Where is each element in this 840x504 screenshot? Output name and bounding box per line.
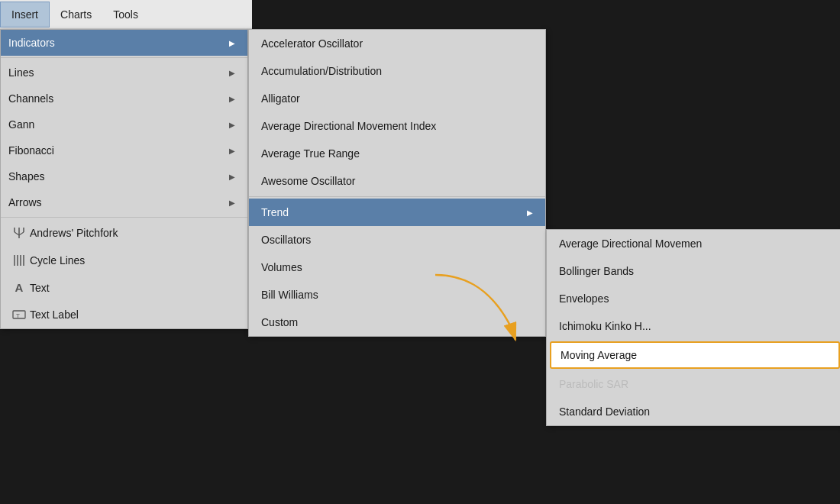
menu-bar: Insert Charts Tools xyxy=(0,0,252,29)
indicator-custom[interactable]: Custom xyxy=(249,309,545,336)
submenu-arrow-icon: ▶ xyxy=(229,69,235,77)
submenu-arrow-icon: ▶ xyxy=(229,39,235,47)
submenu-arrow-icon: ▶ xyxy=(229,121,235,129)
insert-menu: Indicators ▶ Lines ▶ Channels ▶ Gann ▶ F… xyxy=(0,29,248,329)
indicator-alligator[interactable]: Alligator xyxy=(249,85,545,112)
text-label-icon: T xyxy=(8,308,30,321)
svg-line-3 xyxy=(15,232,19,235)
pitchfork-icon xyxy=(8,226,30,240)
menu-item-fibonacci[interactable]: Fibonacci ▶ xyxy=(1,137,247,163)
trend-standard-deviation[interactable]: Standard Deviation xyxy=(547,398,840,425)
indicator-bill-williams[interactable]: Bill Williams xyxy=(249,281,545,309)
menu-item-indicators[interactable]: Indicators ▶ xyxy=(1,30,247,56)
menu-tools[interactable]: Tools xyxy=(102,2,149,27)
trend-bollinger[interactable]: Bollinger Bands xyxy=(547,257,840,285)
trend-admi[interactable]: Average Directional Movemen xyxy=(547,230,840,257)
menu-item-text-label[interactable]: T Text Label xyxy=(1,301,247,328)
menu-item-channels[interactable]: Channels ▶ xyxy=(1,86,247,111)
menu-item-pitchfork[interactable]: Andrews' Pitchfork xyxy=(1,219,247,247)
trend-ichimoku[interactable]: Ichimoku Kinko H... xyxy=(547,312,840,340)
menu-item-shapes[interactable]: Shapes ▶ xyxy=(1,163,247,189)
cycle-lines-icon xyxy=(8,254,30,267)
menu-item-gann[interactable]: Gann ▶ xyxy=(1,111,247,137)
indicator-oscillators[interactable]: Oscillators xyxy=(249,226,545,254)
submenu-arrow-icon: ▶ xyxy=(229,173,235,181)
trend-arrow-icon: ▶ xyxy=(527,208,533,217)
menu-item-arrows[interactable]: Arrows ▶ xyxy=(1,189,247,215)
submenu-arrow-icon: ▶ xyxy=(229,95,235,103)
indicator-accelerator[interactable]: Accelerator Oscillator xyxy=(249,30,545,57)
svg-text:T: T xyxy=(16,312,20,319)
svg-line-4 xyxy=(19,232,24,235)
menu-item-text[interactable]: A Text xyxy=(1,274,247,301)
separator-1 xyxy=(1,57,247,58)
menu-item-lines[interactable]: Lines ▶ xyxy=(1,60,247,86)
trend-submenu: Average Directional Movemen Bollinger Ba… xyxy=(546,229,840,426)
separator-indicators xyxy=(249,196,545,197)
indicator-awesome[interactable]: Awesome Oscillator xyxy=(249,167,545,195)
indicator-admi[interactable]: Average Directional Movement Index xyxy=(249,112,545,140)
text-icon: A xyxy=(8,281,30,294)
indicators-submenu: Accelerator Oscillator Accumulation/Dist… xyxy=(248,29,546,337)
submenu-arrow-icon: ▶ xyxy=(229,199,235,207)
menu-charts[interactable]: Charts xyxy=(50,2,102,27)
trend-envelopes[interactable]: Envelopes xyxy=(547,285,840,312)
submenu-arrow-icon: ▶ xyxy=(229,147,235,155)
indicator-volumes[interactable]: Volumes xyxy=(249,254,545,281)
trend-parabolic[interactable]: Parabolic SAR xyxy=(547,370,840,398)
indicator-trend[interactable]: Trend ▶ xyxy=(249,199,545,226)
separator-2 xyxy=(1,217,247,218)
menu-item-cycle-lines[interactable]: Cycle Lines xyxy=(1,247,247,274)
indicator-atr[interactable]: Average True Range xyxy=(249,140,545,167)
indicator-accumulation[interactable]: Accumulation/Distribution xyxy=(249,57,545,85)
trend-moving-average[interactable]: Moving Average xyxy=(550,341,840,369)
menu-insert[interactable]: Insert xyxy=(0,2,50,27)
